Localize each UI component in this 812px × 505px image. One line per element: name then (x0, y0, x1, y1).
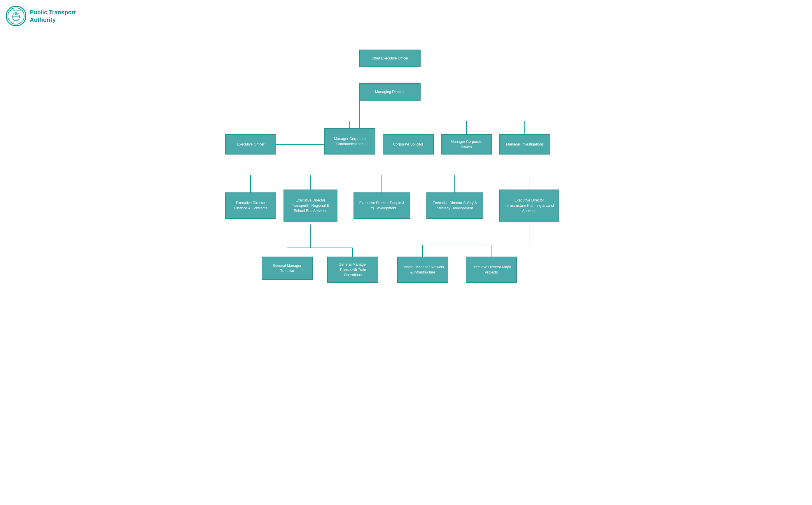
org-title: Public Transport Authority (30, 8, 76, 24)
edmp-node: Executive Director Major Projects (466, 257, 517, 283)
logo: THE GOVERNMENT OF WESTERN AUSTRALIA (6, 6, 26, 26)
md-node: Managing Director (359, 83, 421, 101)
header: THE GOVERNMENT OF WESTERN AUSTRALIA Publ… (6, 6, 806, 26)
edfc-node: Executive Director Finance & Contracts (225, 192, 276, 219)
mi-node: Manager Investigations (499, 134, 550, 155)
edpod-node: Executive Director People & Org Developm… (353, 192, 411, 219)
edipls-node: Executive Director Infrastructure Planni… (499, 189, 559, 221)
edtrbs-node: Executive Director Transperth, Regional … (284, 189, 337, 221)
cs-node: Corporate Solicitor (383, 134, 434, 155)
org-chart: Chief Executive Officer Managing Directo… (216, 35, 596, 297)
gmt-node: General Manager Transwa (262, 257, 313, 280)
mcc-node: Manager Corporate Communications (324, 128, 375, 155)
gmni-node: General Manager Network & Infrastructure (397, 257, 448, 283)
eo-node: Executive Officer (225, 134, 276, 155)
gmtto-node: General Manager Transperth Train Operati… (327, 257, 378, 283)
edssd-node: Executive Director Safety & Strategy Dev… (427, 192, 483, 219)
mci-node: Manager Corporate Issues (441, 134, 492, 155)
ceo-node: Chief Executive Officer (359, 49, 421, 67)
svg-text:THE GOVERNMENT OF: THE GOVERNMENT OF (9, 10, 23, 12)
svg-text:WESTERN AUSTRALIA: WESTERN AUSTRALIA (10, 21, 22, 23)
